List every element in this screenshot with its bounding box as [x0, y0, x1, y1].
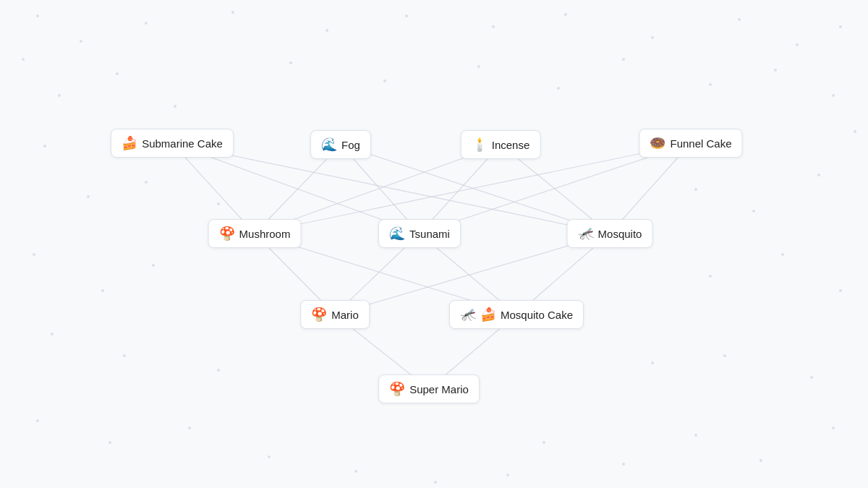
- node-incense[interactable]: 🕯️Incense: [461, 130, 541, 159]
- node-tsunami[interactable]: 🌊Tsunami: [378, 219, 461, 248]
- node-emoji: 🍰: [122, 135, 137, 151]
- node-funnel-cake[interactable]: 🍩Funnel Cake: [639, 129, 742, 158]
- decorative-dot: [188, 427, 191, 429]
- node-emoji: 🕯️: [472, 137, 488, 153]
- decorative-dot: [506, 474, 509, 476]
- decorative-dot: [231, 11, 234, 14]
- decorative-dot: [564, 13, 567, 16]
- node-emoji: 🍄: [219, 226, 235, 241]
- node-label: Fog: [341, 139, 360, 151]
- node-emoji: 🍄: [389, 381, 405, 397]
- node-label: Mushroom: [239, 228, 291, 240]
- decorative-dot: [774, 69, 777, 72]
- node-submarine-cake[interactable]: 🍰Submarine Cake: [111, 129, 234, 158]
- decorative-dot: [217, 369, 220, 372]
- node-emoji: 🦟: [460, 307, 476, 322]
- decorative-dot: [760, 459, 762, 462]
- decorative-dot: [694, 434, 697, 437]
- decorative-dot: [738, 18, 741, 21]
- decorative-dot: [51, 333, 54, 335]
- decorative-dot: [36, 419, 39, 422]
- decorative-dot: [832, 94, 835, 97]
- node-mosquito-cake[interactable]: 🦟🍰Mosquito Cake: [449, 300, 584, 329]
- decorative-dot: [405, 14, 408, 17]
- decorative-dot: [752, 210, 755, 213]
- decorative-dot: [268, 455, 271, 458]
- node-emoji: 🦟: [578, 226, 594, 241]
- decorative-dot: [709, 275, 712, 278]
- node-label: Super Mario: [409, 383, 469, 395]
- decorative-dot: [723, 354, 726, 357]
- decorative-dot: [810, 376, 813, 379]
- decorative-dot: [832, 427, 835, 429]
- decorative-dot: [694, 188, 697, 191]
- decorative-dot: [109, 441, 111, 444]
- node-emoji2: 🍰: [480, 307, 496, 322]
- decorative-dot: [43, 145, 46, 147]
- node-mario[interactable]: 🍄Mario: [300, 300, 370, 329]
- decorative-dot: [33, 253, 35, 256]
- node-label: Mario: [331, 309, 359, 321]
- decorative-dot: [145, 22, 148, 25]
- decorative-dot: [477, 65, 480, 68]
- decorative-dot: [492, 25, 495, 28]
- decorative-dot: [383, 80, 386, 82]
- node-mosquito[interactable]: 🦟Mosquito: [567, 219, 653, 248]
- node-label: Submarine Cake: [142, 137, 223, 150]
- decorative-dot: [87, 195, 90, 198]
- node-mushroom[interactable]: 🍄Mushroom: [208, 219, 302, 248]
- node-emoji: 🍩: [650, 135, 665, 151]
- node-super-mario[interactable]: 🍄Super Mario: [378, 374, 480, 403]
- decorative-dot: [22, 58, 25, 61]
- decorative-dot: [36, 14, 39, 17]
- node-emoji: 🌊: [389, 226, 405, 241]
- decorative-dot: [289, 61, 292, 64]
- node-emoji: 🌊: [321, 137, 337, 153]
- node-label: Incense: [492, 139, 530, 151]
- decorative-dot: [781, 253, 784, 256]
- decorative-dot: [817, 174, 820, 176]
- decorative-dot: [58, 94, 61, 97]
- node-label: Mosquito Cake: [501, 309, 573, 321]
- decorative-dot: [651, 36, 654, 39]
- decorative-dot: [709, 83, 712, 86]
- decorative-dot: [123, 354, 126, 357]
- decorative-dot: [354, 470, 357, 473]
- decorative-dot: [796, 43, 799, 46]
- decorative-dot: [152, 264, 155, 267]
- decorative-dot: [217, 202, 220, 205]
- node-emoji: 🍄: [311, 307, 327, 322]
- decorative-dot: [839, 25, 842, 28]
- node-label: Tsunami: [409, 228, 450, 240]
- decorative-dot: [80, 40, 82, 43]
- decorative-dot: [434, 481, 437, 484]
- decorative-dot: [854, 130, 856, 133]
- decorative-dot: [116, 72, 119, 75]
- node-label: Mosquito: [598, 228, 642, 240]
- decorative-dot: [145, 181, 148, 184]
- decorative-dot: [622, 463, 625, 466]
- decorative-dot: [557, 87, 560, 90]
- decorative-dot: [651, 361, 654, 364]
- decorative-dot: [542, 441, 545, 444]
- node-fog[interactable]: 🌊Fog: [310, 130, 371, 159]
- decorative-dot: [622, 58, 625, 61]
- decorative-dot: [326, 29, 328, 32]
- decorative-dot: [174, 105, 176, 108]
- decorative-dot: [101, 289, 104, 292]
- decorative-dot: [839, 289, 842, 292]
- node-label: Funnel Cake: [670, 137, 731, 150]
